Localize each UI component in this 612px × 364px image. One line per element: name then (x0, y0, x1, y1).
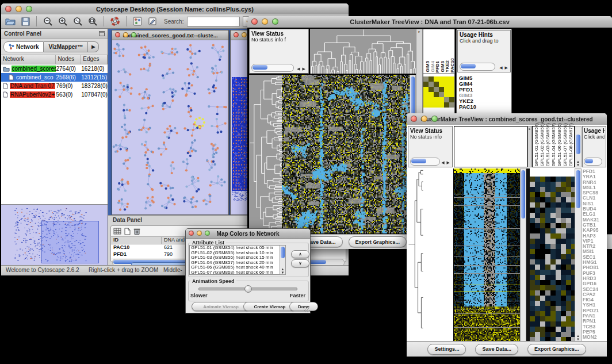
gene-name[interactable]: ELG1 (583, 212, 606, 217)
close-button[interactable] (5, 6, 12, 12)
minimize-button[interactable] (242, 32, 247, 37)
gene-name[interactable]: KAP95 (583, 228, 606, 233)
gene-name[interactable]: FIG4 (583, 297, 606, 302)
new-attribute-icon[interactable] (124, 228, 131, 235)
usage-hints-hscrollbar[interactable] (584, 158, 602, 166)
treeview2-button[interactable]: Settings... (427, 344, 466, 355)
treeview2-button[interactable]: Export Graphics... (527, 344, 586, 355)
column-label[interactable]: GPL51-06 (GSM865) (557, 123, 563, 167)
gene-name[interactable]: RNR4 (583, 180, 606, 185)
animation-speed-slider[interactable] (198, 288, 297, 290)
gene-name[interactable]: RPN1 (583, 319, 606, 324)
zoom-button[interactable] (131, 32, 136, 37)
column-label[interactable]: GPL51-02 (GSM855) (540, 123, 545, 167)
column-label[interactable]: YKE2 (445, 60, 450, 72)
column-label[interactable]: GPL51-08 (GSM872) (568, 123, 574, 167)
minimize-button[interactable] (262, 18, 268, 25)
gene-name[interactable]: YSH1 (583, 302, 606, 308)
gene-name[interactable]: TCB3 (583, 324, 606, 329)
column-id[interactable]: ID (111, 237, 162, 244)
secondary-heatmap-canvas[interactable] (530, 168, 575, 342)
annotation-icon[interactable] (147, 16, 158, 27)
network-row[interactable]: combined_scores 2764(0) 16218(0) (1, 64, 108, 73)
tab-network[interactable]: Network (3, 41, 44, 52)
column-label[interactable]: GPL51-01 (GSM854) (534, 123, 540, 167)
close-button[interactable] (234, 32, 239, 37)
pane-divider[interactable]: ▸ (527, 126, 532, 167)
gene-name[interactable]: SPC98 (583, 190, 606, 196)
dialog-titlebar[interactable]: Map Colors to Network (186, 229, 310, 239)
row-dendrogram[interactable] (408, 168, 453, 342)
column-label[interactable]: PFD1 (435, 61, 440, 72)
column-dendrogram-area[interactable] (454, 126, 527, 167)
column-edges[interactable]: Edges (81, 55, 108, 64)
float-panel-icon[interactable] (99, 31, 105, 36)
minimize-button[interactable] (197, 231, 202, 236)
network-row[interactable]: DNA and Tran 07 769(0) 183728(0) (1, 82, 108, 90)
gene-name[interactable]: HAP3 (583, 233, 606, 239)
scroll-arrows[interactable]: ◀ ▶ (499, 66, 508, 70)
column-network[interactable]: Network (1, 55, 56, 64)
summary-heatmap[interactable] (423, 76, 454, 108)
gene-name[interactable]: NIS1 (583, 201, 606, 206)
gene-name[interactable]: GIM3 (459, 93, 476, 98)
zoom-button[interactable] (26, 6, 32, 12)
gene-name[interactable]: MAK31 (583, 217, 606, 223)
network-canvas[interactable] (112, 40, 227, 214)
gene-name[interactable]: PEP5 (583, 329, 606, 335)
column-nodes[interactable]: Nodes (56, 55, 81, 64)
move-up-button[interactable]: ∧ (291, 250, 309, 258)
column-label[interactable]: PAC10 (450, 58, 455, 72)
minimize-button[interactable] (421, 116, 427, 122)
genelist-vscrollbar[interactable]: ▲▼ (575, 168, 582, 342)
zoom-button[interactable] (272, 18, 278, 25)
birdseye-view[interactable] (1, 204, 108, 266)
zoom-selected-icon[interactable] (72, 16, 83, 27)
slider-thumb[interactable] (244, 285, 252, 293)
heatmap-canvas[interactable] (453, 168, 526, 342)
create-vizmap-button[interactable]: Create Vizmap (243, 302, 296, 311)
column-label[interactable]: GIM4 (430, 61, 435, 72)
gene-name[interactable]: SEC24 (583, 287, 606, 292)
gene-name[interactable]: CLN1 (583, 196, 606, 201)
column-label[interactable]: GIM3 (440, 61, 445, 72)
gene-name[interactable]: PHO81 (583, 265, 606, 270)
gene-name[interactable]: PAC10 (459, 104, 476, 110)
treeview1-titlebar[interactable]: ClusterMaker TreeView : DNA and Tran 07-… (247, 16, 612, 28)
treeview2-titlebar[interactable]: ClusterMaker TreeView : combined_scores_… (407, 113, 607, 125)
gene-name[interactable]: HMG1 (583, 260, 606, 265)
heatmap-canvas[interactable] (282, 75, 410, 233)
gene-name[interactable]: HRD3 (583, 276, 606, 281)
zoom-button[interactable] (205, 231, 210, 236)
gene-name[interactable]: GPI16 (583, 281, 606, 286)
treeview1-button[interactable]: Export Graphics... (349, 236, 407, 247)
column-dendrogram[interactable] (310, 29, 416, 74)
gene-name[interactable]: PFD1 (583, 169, 606, 174)
zoom-in-icon[interactable] (57, 16, 68, 27)
save-button[interactable] (20, 16, 31, 27)
network-overview-icon[interactable] (132, 16, 143, 27)
scroll-arrows[interactable]: ◀ ▶ (297, 67, 306, 71)
usage-hints-hscrollbar[interactable] (460, 63, 495, 71)
minimize-button[interactable] (16, 6, 22, 12)
column-label[interactable]: GPL51-03 (GSM856) (545, 123, 551, 167)
gene-name[interactable]: SEC1 (583, 255, 606, 260)
close-button[interactable] (115, 32, 120, 37)
tab-overflow-arrow[interactable]: ▶ (88, 41, 99, 52)
view-status-hscrollbar[interactable] (410, 158, 440, 166)
scroll-arrows[interactable]: ◀ ▶ (441, 160, 450, 165)
search-input[interactable] (187, 17, 240, 26)
close-button[interactable] (189, 231, 194, 236)
network-row[interactable]: RNAPuberNov2+ 563(0) 107847(0) (1, 90, 108, 99)
resize-grip[interactable] (304, 306, 309, 312)
minimize-button[interactable] (123, 32, 128, 37)
gene-name[interactable]: MON2 (583, 335, 606, 340)
zoom-button[interactable] (431, 116, 438, 122)
main-titlebar[interactable]: Cytoscape Desktop (Session Name: collins… (1, 3, 349, 15)
birdseye-canvas[interactable] (1, 205, 107, 265)
heatmap-vscrollbar[interactable] (520, 168, 526, 342)
move-down-button[interactable]: ∨ (291, 259, 309, 267)
animate-vizmap-button[interactable]: Animate Vizmap (192, 302, 250, 311)
gene-name[interactable]: YRA1 (583, 174, 606, 179)
gene-name[interactable]: GTB1 (583, 223, 606, 228)
